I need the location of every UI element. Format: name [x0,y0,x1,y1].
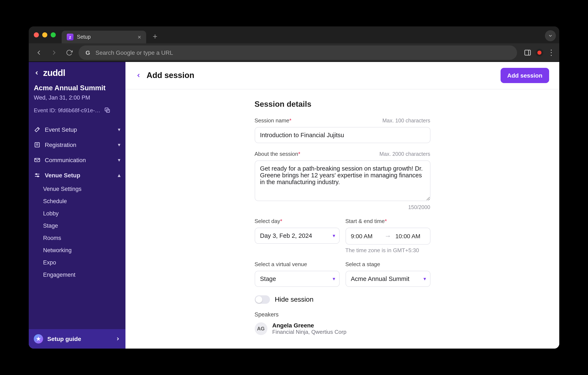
sidebar-item-event-setup[interactable]: Event Setup ▾ [29,122,126,137]
hide-session-label: Hide session [275,296,314,303]
chevron-down-icon: ▾ [118,142,120,148]
brand-logo: zuddl [43,68,65,78]
chevron-up-icon: ▴ [118,172,120,178]
app-content: zuddl Acme Annual Summit Wed, Jan 31, 2:… [29,62,559,349]
sidebar-sub-expo[interactable]: Expo [29,256,126,269]
sidebar-item-communication[interactable]: Communication ▾ [29,152,126,168]
star-badge-icon: ★ [34,334,43,343]
avatar: AG [254,322,267,335]
session-form: Session details Session name* Max. 100 c… [254,99,430,335]
omnibox-placeholder: Search Google or type a URL [95,49,173,56]
back-icon[interactable] [136,73,142,78]
session-name-input[interactable] [254,127,430,143]
time-range-input[interactable]: 9:00 AM → 10:00 AM [345,228,430,244]
sidebar-sub-stage[interactable]: Stage [29,220,126,232]
field-session-name: Session name* Max. 100 characters [254,117,430,143]
start-time-value: 9:00 AM [351,233,380,240]
session-name-hint: Max. 100 characters [382,118,430,124]
new-tab-button[interactable]: ＋ [149,31,160,41]
event-date: Wed, Jan 31, 2:00 PM [34,95,120,101]
back-to-events-icon[interactable] [34,70,40,76]
tune-icon [34,172,41,179]
timezone-note: The time zone is in GMT+5:30 [345,247,430,254]
time-label: Start & end time* [345,218,387,224]
speaker-row[interactable]: AG Angela Greene Financial Ninja, Qwerti… [254,322,430,335]
sidebar: zuddl Acme Annual Summit Wed, Jan 31, 2:… [29,62,126,349]
svg-rect-0 [525,50,531,55]
select-day-dropdown[interactable]: Day 3, Feb 2, 2024 [254,228,339,244]
mail-icon [34,157,41,163]
wand-icon [34,126,41,133]
minimize-window-button[interactable] [42,32,47,37]
main-panel: Add session Add session Session details … [126,62,559,349]
nav-forward-button[interactable] [48,46,60,58]
browser-right-icons: ⋮ [520,49,555,56]
window-buttons [32,32,58,37]
sidebar-setup-guide[interactable]: ★ Setup guide [29,329,126,349]
speakers-label: Speakers [254,311,430,318]
arrow-right-icon: → [384,232,391,240]
side-panel-icon[interactable] [524,49,531,56]
tab-title: Setup [77,34,91,40]
about-hint: Max. 2000 characters [379,151,430,157]
sidebar-label: Communication [45,157,86,163]
copy-event-id-icon[interactable] [104,107,110,113]
speaker-name: Angela Greene [272,322,346,329]
about-session-textarea[interactable] [254,160,430,201]
select-day-label: Select day* [254,218,282,224]
url-bar: G Search Google or type a URL ⋮ [29,43,559,62]
stage-label: Select a stage [345,261,380,267]
sidebar-label: Event Setup [45,126,77,133]
section-title: Session details [254,99,430,109]
field-virtual-venue: Select a virtual venue Stage ▾ [254,261,339,287]
sidebar-sub-lobby[interactable]: Lobby [29,207,126,220]
setup-guide-label: Setup guide [47,335,81,342]
end-time-value: 10:00 AM [395,233,425,240]
tab-bar: z Setup × ＋ [29,26,559,43]
hide-session-row: Hide session [254,295,430,304]
omnibox[interactable]: G Search Google or type a URL [79,45,517,60]
field-about-session: About the session* Max. 2000 characters … [254,151,430,210]
sidebar-label: Venue Setup [45,172,80,179]
event-name: Acme Annual Summit [34,84,120,92]
nav-reload-button[interactable] [63,46,75,58]
tabs-overflow-button[interactable] [545,30,556,41]
about-counter: 150/2000 [254,204,430,210]
form-scroll[interactable]: Session details Session name* Max. 100 c… [126,89,559,349]
about-label: About the session* [254,151,300,157]
virtual-venue-dropdown[interactable]: Stage [254,271,339,287]
sidebar-sub-networking[interactable]: Networking [29,244,126,256]
hide-session-toggle[interactable] [254,295,270,304]
chevron-down-icon: ▾ [118,127,120,132]
close-tab-icon[interactable]: × [138,33,141,40]
field-stage: Select a stage Acme Annual Summit ▾ [345,261,430,287]
tab-favicon-icon: z [67,33,74,40]
nav-back-button[interactable] [33,46,45,58]
sidebar-label: Registration [45,141,76,148]
virtual-venue-label: Select a virtual venue [254,261,307,267]
chevron-right-icon [115,336,120,342]
chevron-down-icon: ▾ [118,157,120,163]
speaker-subtitle: Financial Ninja, Qwertius Corp [272,329,346,335]
sidebar-sub-engagement[interactable]: Engagement [29,269,126,281]
field-select-day: Select day* Day 3, Feb 2, 2024 ▾ [254,218,339,254]
sidebar-sub-schedule[interactable]: Schedule [29,195,126,207]
page-title: Add session [147,71,194,80]
maximize-window-button[interactable] [51,32,56,37]
sidebar-sub-venue-settings[interactable]: Venue Settings [29,183,126,195]
event-id-label: Event ID: 9fd6b68f-c91e-… [34,107,100,113]
sidebar-item-venue-setup[interactable]: Venue Setup ▴ [29,168,126,183]
browser-menu-icon[interactable]: ⋮ [547,49,555,56]
add-session-button[interactable]: Add session [501,68,549,83]
sidebar-sub-rooms[interactable]: Rooms [29,232,126,244]
main-header: Add session Add session [126,62,559,89]
stage-dropdown[interactable]: Acme Annual Summit [345,271,430,287]
tab-setup[interactable]: z Setup × [62,31,146,43]
sidebar-item-registration[interactable]: Registration ▾ [29,137,126,152]
field-time: Start & end time* 9:00 AM → 10:00 AM The… [345,218,430,254]
screen-record-icon[interactable] [536,49,543,56]
browser-window: z Setup × ＋ G Search Google or type a UR… [29,26,559,349]
list-icon [34,141,41,148]
google-search-icon: G [84,49,91,56]
close-window-button[interactable] [34,32,39,37]
